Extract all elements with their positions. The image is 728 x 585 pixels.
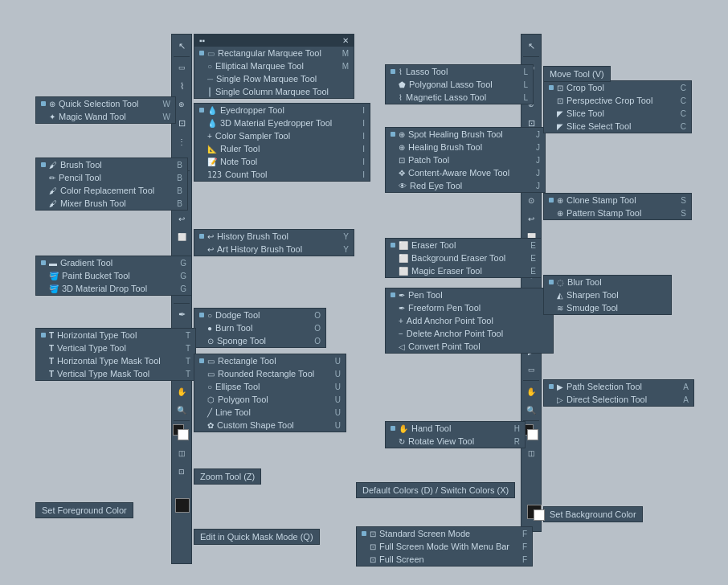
note-item[interactable]: 📝 Note Tool I bbox=[194, 155, 370, 168]
hand-item[interactable]: ✋ Hand Tool H bbox=[386, 422, 525, 435]
history-r[interactable]: ↩ bbox=[522, 210, 540, 227]
move-tool-icon[interactable]: ↖ bbox=[173, 37, 190, 55]
quick-mask-icon[interactable]: ◫ bbox=[173, 444, 190, 462]
patch-item[interactable]: ⊡ Patch Tool J bbox=[386, 153, 545, 166]
delete-anchor-item[interactable]: − Delete Anchor Point Tool bbox=[386, 327, 553, 340]
rounded-rect-item[interactable]: ▭ Rounded Rectangle Tool U bbox=[194, 367, 346, 380]
crop-item[interactable]: ⊡ Crop Tool C bbox=[544, 81, 691, 94]
paint-bucket-item[interactable]: 🪣 Paint Bucket Tool G bbox=[36, 269, 191, 282]
burn-item[interactable]: ● Burn Tool O bbox=[194, 321, 325, 334]
fg-color-swatch[interactable] bbox=[175, 498, 190, 513]
standard-screen-item[interactable]: ⊡ Standard Screen Mode F bbox=[357, 527, 532, 540]
mixer-brush-item[interactable]: 🖌 Mixer Brush Tool B bbox=[36, 197, 187, 210]
lasso-item[interactable]: ⌇ Lasso Tool L bbox=[386, 65, 533, 78]
shape-flyout: ▭ Rectangle Tool U ▭ Rounded Rectangle T… bbox=[194, 354, 346, 432]
pencil-item[interactable]: ✏ Pencil Tool B bbox=[36, 171, 187, 184]
sharpen-item[interactable]: ◭ Sharpen Tool bbox=[544, 288, 671, 301]
clone-item[interactable]: ⊕ Clone Stamp Tool S bbox=[544, 194, 691, 207]
screen-mode-icon[interactable]: ⊡ bbox=[173, 463, 190, 481]
eyedropper-item[interactable]: 💧 Eyedropper Tool I bbox=[194, 104, 370, 117]
ruler-item[interactable]: 📐 Ruler Tool I bbox=[194, 142, 370, 155]
elliptical-marquee-item[interactable]: ○ Elliptical Marquee Tool M bbox=[194, 59, 354, 72]
shape-r[interactable]: ▭ bbox=[522, 361, 540, 378]
rotate-view-item[interactable]: ↻ Rotate View Tool R bbox=[386, 435, 525, 448]
v-type-mask-item[interactable]: T Vertical Type Mask Tool T bbox=[36, 367, 195, 380]
freeform-pen-item[interactable]: ✒ Freeform Pen Tool P bbox=[386, 301, 553, 314]
fullscreen-menu-item[interactable]: ⊡ Full Screen Mode With Menu Bar F bbox=[357, 540, 532, 553]
quick-mask-label: Edit in Quick Mask Mode (Q) bbox=[194, 529, 320, 545]
bg-color-white[interactable] bbox=[534, 509, 545, 521]
fullscreen-item[interactable]: ⊡ Full Screen F bbox=[357, 553, 532, 566]
lasso-flyout: ⌇ Lasso Tool L ⬟ Polygonal Lasso Tool L … bbox=[385, 64, 534, 104]
line-item[interactable]: ╱ Line Tool U bbox=[194, 406, 346, 419]
h-type-item[interactable]: T Horizontal Type Tool T bbox=[36, 329, 195, 342]
lasso-tool-icon[interactable]: ⌇ bbox=[173, 77, 190, 95]
brush-item[interactable]: 🖌 Brush Tool B bbox=[36, 158, 187, 171]
slice-select-item[interactable]: ◤ Slice Select Tool C bbox=[544, 120, 691, 133]
zoom-tool-label: Zoom Tool (Z) bbox=[194, 468, 261, 485]
path-select-item[interactable]: ▶ Path Selection Tool A bbox=[544, 380, 693, 393]
3d-drop-item[interactable]: 🪣 3D Material Drop Tool G bbox=[36, 282, 191, 295]
eyedropper-tool-icon[interactable]: ⋮ bbox=[173, 133, 190, 150]
pattern-stamp-item[interactable]: ⊕ Pattern Stamp Tool S bbox=[544, 207, 691, 219]
hand-r[interactable]: ✋ bbox=[522, 382, 540, 400]
pen-tool-icon[interactable]: ✒ bbox=[173, 305, 190, 323]
single-row-marquee-item[interactable]: ─ Single Row Marquee Tool bbox=[194, 72, 354, 85]
h-type-mask-item[interactable]: T Horizontal Type Mask Tool T bbox=[36, 354, 195, 367]
clone-r[interactable]: ⊙ bbox=[522, 191, 540, 209]
type-flyout: T Horizontal Type Tool T T Vertical Type… bbox=[35, 328, 196, 381]
single-col-marquee-item[interactable]: ┃ Single Column Marquee Tool bbox=[194, 85, 354, 98]
pen-item[interactable]: ✒ Pen Tool P bbox=[386, 288, 553, 301]
eraser-item[interactable]: ⬜ Eraser Tool E bbox=[386, 239, 541, 252]
add-anchor-item[interactable]: + Add Anchor Point Tool bbox=[386, 314, 553, 327]
art-history-item[interactable]: ↩ Art History Brush Tool Y bbox=[194, 243, 354, 256]
eraser-tool-icon[interactable]: ⬜ bbox=[173, 228, 190, 246]
healing-brush-item[interactable]: ⊕ Healing Brush Tool J bbox=[386, 141, 545, 153]
marquee-tool-icon[interactable]: ▭ bbox=[173, 59, 190, 76]
gradient-flyout: ▬ Gradient Tool G 🪣 Paint Bucket Tool G … bbox=[35, 256, 192, 296]
dodge-flyout: ○ Dodge Tool O ● Burn Tool O ⊙ Sponge To… bbox=[194, 308, 326, 348]
smudge-item[interactable]: ≋ Smudge Tool bbox=[544, 301, 671, 314]
history-brush-item[interactable]: ↩ History Brush Tool Y bbox=[194, 230, 354, 243]
quick-select-item[interactable]: ⊛ Quick Selection Tool W bbox=[36, 97, 175, 110]
color-replace-item[interactable]: 🖌 Color Replacement Tool B bbox=[36, 184, 187, 197]
history-brush-icon[interactable]: ↩ bbox=[173, 210, 190, 227]
magic-eraser-item[interactable]: ⬜ Magic Eraser Tool E bbox=[386, 264, 541, 277]
rect-item[interactable]: ▭ Rectangle Tool U bbox=[194, 354, 346, 367]
magic-wand-item[interactable]: ✦ Magic Wand Tool W bbox=[36, 110, 175, 123]
count-item[interactable]: 123 Count Tool I bbox=[194, 168, 370, 181]
direct-select-item[interactable]: ▷ Direct Selection Tool A bbox=[544, 393, 693, 406]
zoom-r[interactable]: 🔍 bbox=[522, 401, 540, 419]
blur-flyout: ◌ Blur Tool ◭ Sharpen Tool ≋ Smudge Tool bbox=[543, 275, 672, 315]
slice-item[interactable]: ◤ Slice Tool C bbox=[544, 107, 691, 120]
move-tool-icon-r[interactable]: ↖ bbox=[522, 37, 540, 55]
quick-select-flyout: ⊛ Quick Selection Tool W ✦ Magic Wand To… bbox=[35, 96, 176, 124]
hand-tool-icon[interactable]: ✋ bbox=[173, 382, 190, 400]
convert-point-item[interactable]: ◁ Convert Point Tool bbox=[386, 340, 553, 353]
gradient-item[interactable]: ▬ Gradient Tool G bbox=[36, 256, 191, 269]
rectangular-marquee-item[interactable]: ▭ Rectangular Marquee Tool M bbox=[194, 47, 354, 59]
ellipse-item[interactable]: ○ Ellipse Tool U bbox=[194, 380, 346, 393]
mag-lasso-item[interactable]: ⌇ Magnetic Lasso Tool L bbox=[386, 91, 533, 104]
3d-eyedropper-item[interactable]: 💧 3D Material Eyedropper Tool I bbox=[194, 117, 370, 129]
perspective-crop-item[interactable]: ⊡ Perspective Crop Tool C bbox=[544, 94, 691, 107]
red-eye-item[interactable]: 👁 Red Eye Tool J bbox=[386, 179, 545, 192]
zoom-tool-icon[interactable]: 🔍 bbox=[173, 401, 190, 419]
poly-lasso-item[interactable]: ⬟ Polygonal Lasso Tool L bbox=[386, 78, 533, 91]
fg-bg-colors[interactable] bbox=[173, 424, 190, 442]
color-sampler-item[interactable]: + Color Sampler Tool I bbox=[194, 129, 370, 142]
spot-healing-item[interactable]: ⊕ Spot Healing Brush Tool J bbox=[386, 128, 545, 141]
bg-eraser-item[interactable]: ⬜ Background Eraser Tool E bbox=[386, 252, 541, 264]
set-bg-label: Set Background Color bbox=[543, 506, 643, 522]
path-select-flyout: ▶ Path Selection Tool A ▷ Direct Selecti… bbox=[543, 379, 694, 407]
blur-item[interactable]: ◌ Blur Tool bbox=[544, 276, 671, 288]
move-tool-label: Move Tool (V) bbox=[543, 66, 611, 82]
content-aware-item[interactable]: ✥ Content-Aware Move Tool J bbox=[386, 166, 545, 179]
hand-flyout: ✋ Hand Tool H ↻ Rotate View Tool R bbox=[385, 421, 526, 448]
sponge-item[interactable]: ⊙ Sponge Tool O bbox=[194, 334, 325, 347]
custom-shape-item[interactable]: ✿ Custom Shape Tool U bbox=[194, 419, 346, 432]
right-toolbar: ↖ ▭ ⌇ ⊛ ⊡ ⋮ ⊕ 🖌 ⊙ ↩ ⬜ ▬ ◌ ○ ✒ T ▶ ▭ ✋ 🔍 … bbox=[521, 34, 542, 532]
dodge-item[interactable]: ○ Dodge Tool O bbox=[194, 309, 325, 321]
v-type-item[interactable]: T Vertical Type Tool T bbox=[36, 342, 195, 354]
polygon-item[interactable]: ⬡ Polygon Tool U bbox=[194, 393, 346, 406]
